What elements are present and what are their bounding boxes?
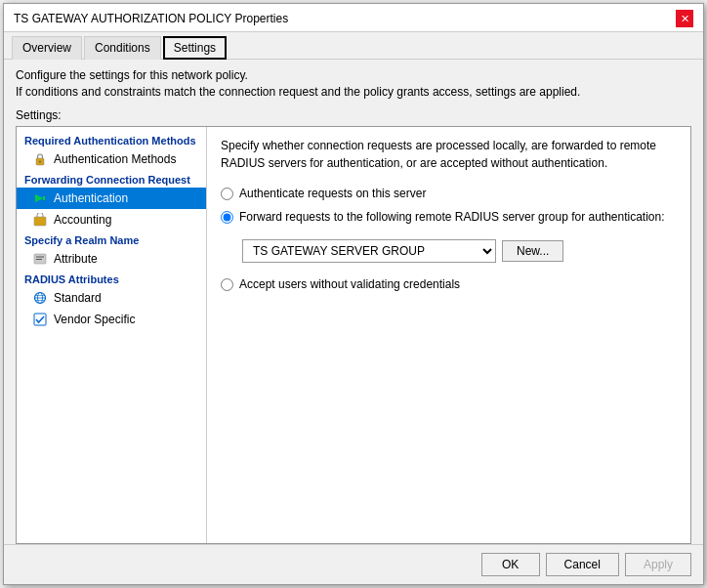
sidebar-item-vendor-specific-label: Vendor Specific: [54, 313, 135, 326]
close-button[interactable]: ✕: [676, 10, 693, 27]
content-area: Required Authentication Methods Authenti…: [16, 126, 691, 544]
sidebar-item-accounting[interactable]: Accounting: [17, 209, 206, 231]
accounting-icon: [32, 212, 48, 228]
radio-accept[interactable]: [221, 278, 233, 291]
globe-icon: [32, 290, 48, 306]
radio-accept-label[interactable]: Accept users without validating credenti…: [239, 276, 460, 293]
dropdown-row: TS GATEWAY SERVER GROUP New...: [242, 239, 677, 263]
apply-button[interactable]: Apply: [625, 553, 691, 576]
sidebar-item-attribute[interactable]: Attribute: [17, 248, 206, 270]
sidebar-item-attribute-label: Attribute: [54, 252, 98, 266]
sidebar-item-authentication[interactable]: Authentication: [17, 188, 206, 209]
sidebar-item-standard[interactable]: Standard: [17, 287, 206, 309]
sidebar-section-radius[interactable]: RADIUS Attributes: [17, 270, 206, 287]
description-line2: If conditions and constraints match the …: [16, 84, 691, 101]
radio-local-label[interactable]: Authenticate requests on this server: [239, 186, 426, 202]
server-group-dropdown[interactable]: TS GATEWAY SERVER GROUP: [242, 239, 496, 263]
radio-row-accept: Accept users without validating credenti…: [221, 276, 677, 293]
title-bar: TS GATEWAY AUTHORIZATION POLICY Properti…: [4, 4, 703, 32]
radio-row-forward: Forward requests to the following remote…: [221, 209, 677, 226]
tab-overview[interactable]: Overview: [12, 36, 82, 60]
radio-local[interactable]: [221, 188, 233, 200]
svg-marker-2: [35, 194, 43, 202]
sidebar-section-realm[interactable]: Specify a Realm Name: [17, 231, 206, 248]
radio-forward[interactable]: [221, 211, 233, 224]
radio-row-local: Authenticate requests on this server: [221, 186, 677, 202]
tab-bar: Overview Conditions Settings: [4, 32, 703, 60]
description-area: Configure the settings for this network …: [4, 60, 703, 106]
tab-settings[interactable]: Settings: [163, 36, 227, 60]
sidebar-section-required-auth[interactable]: Required Authentication Methods: [17, 131, 206, 148]
lock-icon: [32, 151, 48, 167]
sidebar: Required Authentication Methods Authenti…: [17, 127, 207, 543]
settings-label: Settings:: [4, 106, 703, 126]
radio-forward-label[interactable]: Forward requests to the following remote…: [239, 209, 665, 226]
sidebar-item-accounting-label: Accounting: [54, 213, 111, 227]
new-button[interactable]: New...: [502, 240, 563, 262]
main-panel: Specify whether connection requests are …: [207, 127, 690, 543]
sidebar-item-standard-label: Standard: [54, 291, 102, 305]
sidebar-section-forwarding[interactable]: Forwarding Connection Request: [17, 170, 206, 188]
dialog-title: TS GATEWAY AUTHORIZATION POLICY Properti…: [14, 12, 288, 25]
ok-button[interactable]: OK: [481, 553, 540, 576]
cancel-button[interactable]: Cancel: [546, 553, 619, 576]
sidebar-item-auth-methods-label: Authentication Methods: [54, 152, 176, 166]
sidebar-item-auth-methods[interactable]: Authentication Methods: [17, 148, 206, 170]
description-line1: Configure the settings for this network …: [16, 67, 691, 84]
dialog: TS GATEWAY AUTHORIZATION POLICY Properti…: [3, 3, 704, 585]
svg-point-1: [39, 160, 41, 162]
vendor-icon: [32, 312, 48, 327]
svg-rect-3: [43, 196, 45, 200]
sidebar-item-authentication-label: Authentication: [54, 191, 128, 205]
radio-group: Authenticate requests on this server For…: [221, 186, 677, 293]
sidebar-item-vendor-specific[interactable]: Vendor Specific: [17, 309, 206, 330]
arrow-icon: [32, 190, 48, 206]
footer: OK Cancel Apply: [4, 544, 703, 584]
svg-rect-13: [34, 314, 46, 325]
svg-rect-4: [34, 217, 46, 226]
tab-conditions[interactable]: Conditions: [84, 36, 161, 60]
main-description: Specify whether connection requests are …: [221, 137, 677, 172]
attribute-icon: [32, 251, 48, 267]
